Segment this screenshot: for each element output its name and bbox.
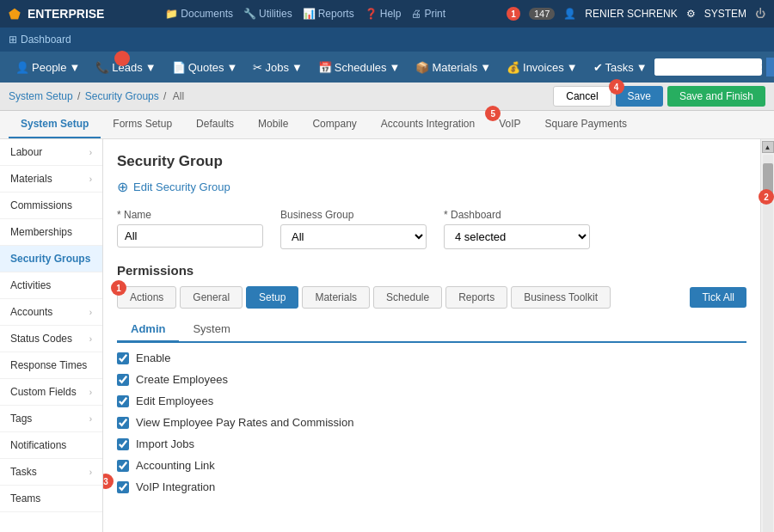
sidebar-item-memberships[interactable]: Memberships [0,219,102,246]
perm-import-jobs-checkbox[interactable] [117,438,129,450]
perm-tab-general[interactable]: General [180,286,243,309]
sidebar-item-status-codes[interactable]: Status Codes› [0,326,102,352]
scroll-area: ▲ ▼ 2 [760,139,774,532]
perm-view-pay-rates-checkbox[interactable] [117,417,129,429]
sidebar-item-activities[interactable]: Activities [0,272,102,299]
nav-materials[interactable]: 📦 Materials ▼ [408,56,498,79]
sidebar-item-security-groups[interactable]: Security Groups [0,246,102,272]
name-input[interactable] [117,224,263,248]
perm-enable-label: Enable [136,352,170,364]
tab-voip[interactable]: 5 VoIP [487,111,532,138]
perm-tab-business-toolkit[interactable]: Business Toolkit [511,286,611,309]
search-clear-icon[interactable]: ✕ [758,59,762,76]
perm-tab-group: 1 Actions General Setup Materials Schedu… [117,286,611,309]
arrow-icon: › [89,308,92,317]
sidebar-item-teams[interactable]: Teams [0,486,102,512]
message-badge[interactable]: 147 [529,8,555,20]
arrow-icon: › [89,414,92,424]
tab-company[interactable]: Company [300,111,368,138]
notification-badge[interactable]: 1 [507,7,520,21]
perm-create-employees-checkbox[interactable] [117,374,129,386]
save-button[interactable]: 4 Save [616,86,663,107]
nav-quotes[interactable]: 📄 Quotes ▼ [165,56,245,79]
business-group-select[interactable]: All [280,224,427,249]
dashboard-select[interactable]: 4 selected [444,224,590,249]
power-icon[interactable]: ⏻ [755,8,765,20]
action-buttons: Cancel 4 Save Save and Finish [553,86,765,107]
dashboard-link[interactable]: ⊞ Dashboard [9,34,71,46]
leads-icon: 📞 [95,61,109,74]
tab-defaults[interactable]: Defaults [184,111,246,138]
gear-icon: ⚙ [686,8,696,20]
sidebar-item-tasks[interactable]: Tasks› [0,459,102,486]
arrow-icon: › [89,468,92,477]
annotation-1-perm: 1 [111,280,126,296]
perm-edit-employees: Edit Employees [117,394,746,407]
sidebar: Labour› Materials› Commissions Membershi… [0,139,103,532]
sidebar-item-accounts[interactable]: Accounts› [0,299,102,326]
sidebar-item-labour[interactable]: Labour› [0,139,102,166]
breadcrumb-security-groups[interactable]: Security Groups [85,90,159,102]
perm-voip-integration: 3 VoIP Integration [117,480,746,493]
breadcrumb-current: All [173,90,184,102]
tab-forms-setup[interactable]: Forms Setup [101,111,184,138]
print-link[interactable]: 🖨 Print [411,8,445,20]
dashboard-group: * Dashboard 4 selected [444,209,590,249]
tab-square-payments[interactable]: Square Payments [533,111,639,138]
top-bar-right: 1 147 👤 RENIER SCHRENK ⚙ SYSTEM ⏻ [507,7,765,21]
perm-import-jobs: Import Jobs [117,437,746,450]
arrow-icon: › [89,334,92,344]
nav-bar: 👤 People ▼ 📞 All Leads ▼ 📄 Quotes ▼ ✂ Jo… [0,52,774,83]
perm-accounting-link-checkbox[interactable] [117,460,129,472]
tick-all-button[interactable]: Tick All [690,287,746,308]
perm-tab-schedule[interactable]: Schedule [373,286,442,309]
wrench-icon: 🔧 [243,8,256,20]
nav-schedules[interactable]: 📅 Schedules ▼ [311,56,408,79]
breadcrumb-system-setup[interactable]: System Setup [9,90,73,102]
jobs-arrow-icon: ▼ [292,61,303,74]
perm-tab-actions[interactable]: 1 Actions [117,286,176,309]
content-area: Security Group ⊕ Edit Security Group * N… [103,139,760,532]
sidebar-item-materials[interactable]: Materials› [0,166,102,193]
sidebar-item-response-times[interactable]: Response Times [0,352,102,379]
secondary-nav: System Setup / Security Groups / All Can… [0,83,774,111]
nav-left: 👤 People ▼ 📞 All Leads ▼ 📄 Quotes ▼ ✂ Jo… [9,56,654,79]
perm-import-jobs-label: Import Jobs [136,437,194,450]
nav-invoices[interactable]: 💰 Invoices ▼ [500,56,585,79]
dashboard-icon: ⊞ [9,34,17,46]
cancel-button[interactable]: Cancel [553,86,611,107]
name-group: * Name [117,209,263,249]
perm-tab-setup[interactable]: Setup [246,286,298,309]
sidebar-item-custom-fields[interactable]: Custom Fields› [0,379,102,406]
schedules-icon: 📅 [318,61,332,74]
sub-tabs: Admin System [117,317,746,343]
nav-tasks[interactable]: ✔ Tasks ▼ [587,56,654,79]
sub-tab-admin[interactable]: Admin [117,317,179,343]
sidebar-item-tags[interactable]: Tags› [0,406,102,432]
sidebar-item-notifications[interactable]: Notifications [0,432,102,459]
tab-mobile[interactable]: Mobile [246,111,300,138]
documents-link[interactable]: 📁 Documents [165,8,233,20]
perm-voip-checkbox[interactable] [117,481,129,493]
search-input[interactable] [654,58,758,76]
sub-tab-system[interactable]: System [179,317,243,341]
help-link[interactable]: ❓ Help [365,8,402,20]
plus-circle-icon: ⊕ [117,179,128,195]
reports-link[interactable]: 📊 Reports [303,8,354,20]
perm-tab-reports[interactable]: Reports [445,286,507,309]
perm-tab-materials[interactable]: Materials [302,286,370,309]
perm-edit-employees-checkbox[interactable] [117,395,129,407]
tab-system-setup[interactable]: System Setup [9,111,101,138]
scroll-up-button[interactable]: ▲ [762,141,774,153]
perm-view-pay-rates-label: View Employee Pay Rates and Commission [136,416,353,429]
folder-icon: 📁 [165,8,178,20]
nav-people[interactable]: 👤 People ▼ [9,56,87,79]
utilities-link[interactable]: 🔧 Utilities [243,8,292,20]
perm-enable-checkbox[interactable] [117,352,129,364]
sidebar-item-commissions[interactable]: Commissions [0,193,102,219]
tab-accounts-integration[interactable]: Accounts Integration [369,111,487,138]
nav-leads[interactable]: 📞 All Leads ▼ [89,56,163,79]
nav-jobs[interactable]: ✂ Jobs ▼ [246,56,309,79]
search-button[interactable]: Search [766,58,774,76]
save-finish-button[interactable]: Save and Finish [667,86,765,107]
